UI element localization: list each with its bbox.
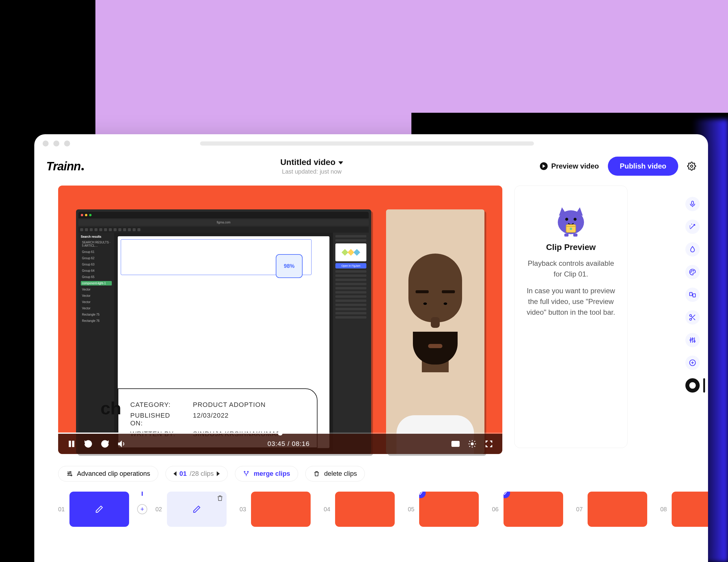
chevron-down-icon[interactable]: [338, 161, 343, 164]
camera-feed: [386, 209, 484, 454]
current-clip-number: 01: [179, 470, 187, 478]
recording-truncated-title: ch: [100, 398, 121, 419]
advanced-clip-ops-button[interactable]: Advanced clip operations: [58, 466, 158, 482]
svg-point-15: [693, 270, 694, 271]
rail-layers-button[interactable]: [685, 288, 700, 302]
clip-selected-badge[interactable]: [504, 492, 510, 498]
add-clip-button[interactable]: +: [137, 504, 147, 514]
fullscreen-button[interactable]: [484, 439, 493, 448]
svg-point-26: [68, 473, 69, 474]
recording-layer-item: Vector: [81, 287, 112, 292]
svg-point-27: [71, 475, 72, 476]
recording-url: figma.com: [78, 219, 369, 225]
recording-layer-item: Group 61: [81, 250, 112, 254]
recording-layer-item: Group 64: [81, 268, 112, 273]
recording-info-row: CATEGORY:PRODUCT ADOPTION: [130, 401, 305, 409]
clip-item[interactable]: 05: [408, 492, 479, 527]
captions-button[interactable]: [451, 439, 460, 448]
settings-button[interactable]: [687, 162, 696, 171]
recording-layer-item: Group 63: [81, 262, 112, 267]
recording-layer-item: Vector: [81, 300, 112, 304]
clip-playback-icon: [689, 382, 696, 389]
svg-rect-7: [573, 233, 577, 236]
progress-knob[interactable]: [278, 431, 283, 436]
panel-title: Clip Preview: [546, 242, 596, 252]
screen-recording: figma.com Search results SEARCH RESULTS …: [76, 209, 371, 454]
clip-thumbnail[interactable]: [419, 492, 479, 527]
recording-percentage-badge: 98%: [276, 254, 303, 278]
clip-delete-button[interactable]: [216, 495, 224, 502]
next-clip-button[interactable]: [217, 471, 220, 476]
adjustments-icon: [689, 336, 696, 344]
merge-clips-button[interactable]: merge clips: [235, 466, 298, 482]
address-bar[interactable]: [200, 141, 534, 145]
prev-clip-button[interactable]: [174, 471, 176, 476]
clip-thumbnail[interactable]: [504, 492, 563, 527]
delete-clips-label: delete clips: [324, 470, 357, 478]
clip-item[interactable]: 08: [660, 492, 708, 527]
settings-video-button[interactable]: [468, 439, 477, 448]
window-titlebar: [34, 134, 708, 153]
pencil-icon: [95, 505, 103, 513]
pause-button[interactable]: [67, 439, 76, 448]
clip-item[interactable]: 03: [240, 492, 311, 527]
volume-button[interactable]: [117, 439, 126, 448]
clip-number: 03: [240, 506, 246, 513]
traffic-light-minimize[interactable]: [53, 140, 59, 146]
recording-layer-item: Rectangle 75: [81, 312, 112, 317]
tool-rail: [683, 197, 702, 393]
rail-clip-playback-button[interactable]: [685, 378, 700, 393]
video-title[interactable]: Untitled video: [280, 157, 335, 167]
svg-point-9: [574, 218, 577, 221]
pencil-icon: [193, 505, 201, 513]
clip-number: 04: [324, 506, 330, 513]
svg-point-22: [694, 341, 695, 342]
traffic-light-maximize[interactable]: [64, 140, 70, 146]
clip-item[interactable]: 07: [576, 492, 647, 527]
svg-point-18: [690, 315, 692, 317]
rail-mic-button[interactable]: [685, 197, 700, 211]
rail-adjustments-button[interactable]: [685, 333, 700, 347]
svg-rect-1: [69, 441, 71, 447]
svg-point-25: [70, 472, 71, 473]
delete-clips-button[interactable]: delete clips: [305, 466, 365, 482]
app-toolbar: Trainn Untitled video Last updated: just…: [34, 153, 708, 179]
rail-droplet-button[interactable]: [685, 242, 700, 256]
mic-icon: [689, 200, 696, 208]
clip-selected-badge[interactable]: [419, 492, 426, 498]
last-updated-text: Last updated: just now: [280, 168, 343, 175]
traffic-light-close[interactable]: [43, 140, 49, 146]
clip-thumbnail[interactable]: [335, 492, 395, 527]
clip-number: 08: [660, 506, 667, 513]
playback-time: 03:45 / 08:16: [134, 440, 443, 448]
trash-icon: [216, 495, 224, 502]
clip-number: 01: [58, 506, 65, 513]
clip-thumbnail[interactable]: [251, 492, 311, 527]
svg-point-0: [690, 165, 693, 167]
forward-button[interactable]: [100, 439, 109, 448]
layers-icon: [689, 291, 696, 299]
clip-thumbnail[interactable]: [588, 492, 647, 527]
preview-video-button[interactable]: Preview video: [540, 162, 599, 170]
rewind-button[interactable]: [84, 439, 93, 448]
brand-logo[interactable]: Trainn: [46, 159, 84, 173]
recording-inspector-button: Open in FigJam: [335, 263, 366, 268]
publish-video-button[interactable]: Publish video: [608, 157, 678, 176]
clip-number: 05: [408, 506, 414, 513]
rail-palette-button[interactable]: [685, 265, 700, 279]
clip-item[interactable]: 06: [492, 492, 563, 527]
clip-operations-bar: Advanced clip operations 01 /28 clips me…: [58, 466, 684, 482]
rail-active-indicator: [703, 378, 705, 393]
clip-thumbnail[interactable]: [167, 492, 227, 527]
rail-magic-wand-button[interactable]: [685, 219, 700, 234]
rail-scissors-button[interactable]: [685, 310, 700, 325]
rail-add-ring-button[interactable]: [685, 356, 700, 370]
svg-rect-17: [693, 294, 696, 297]
clips-timeline[interactable]: 01+02030405060708: [58, 492, 684, 527]
clip-item[interactable]: 04: [324, 492, 395, 527]
clip-thumbnail[interactable]: [69, 492, 129, 527]
preview-video-label: Preview video: [551, 162, 599, 170]
clip-item[interactable]: 01: [58, 492, 129, 527]
clip-item[interactable]: 02: [155, 492, 226, 527]
clip-thumbnail[interactable]: [672, 492, 708, 527]
